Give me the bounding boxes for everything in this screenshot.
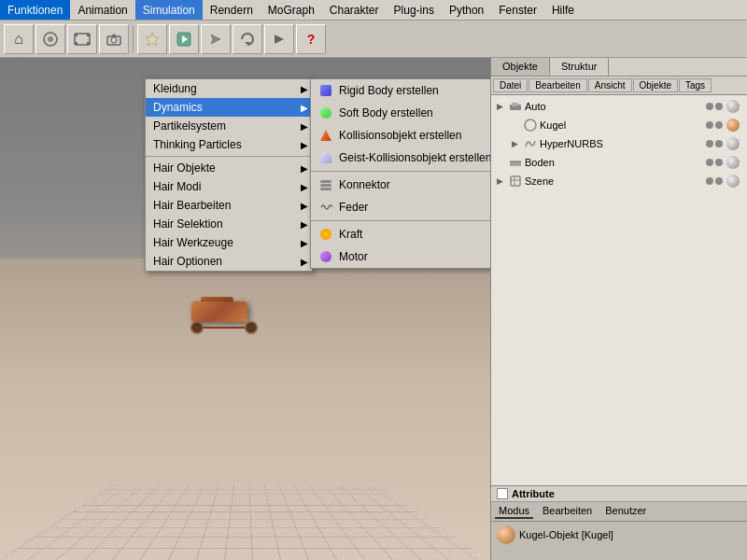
sphere-szene [726, 175, 740, 188]
dyn-menu-kollision[interactable]: Kollisionsobjekt erstellen [311, 124, 490, 147]
list-item-szene[interactable]: ▶ Szene [493, 172, 745, 190]
viewport[interactable]: Kleidung ▶ Dynamics ▶ Partikelsystem ▶ T… [0, 58, 490, 560]
dyn-menu-kraft[interactable]: Kraft [311, 223, 490, 245]
dot-szene-1 [706, 177, 713, 185]
submenu-arrow-hair-modi: ▶ [301, 182, 308, 192]
soft-body-icon [318, 105, 333, 120]
obj-toolbar-tags[interactable]: Tags [679, 78, 712, 92]
attr-current-object: Kugel-Objekt [Kugel] [519, 529, 613, 540]
sim-menu-thinking-particles[interactable]: Thinking Particles ▶ [146, 135, 312, 154]
name-boden: Boden [525, 157, 706, 168]
obj-toolbar-objekte[interactable]: Objekte [633, 78, 678, 92]
dots-boden [706, 159, 723, 166]
toolbar-sep-1 [133, 26, 134, 52]
menu-item-rendern[interactable]: Rendern [203, 0, 261, 20]
sim-menu-hair-bearbeiten[interactable]: Hair Bearbeiten ▶ [146, 196, 312, 215]
car-model [187, 297, 261, 334]
icon-hypernurbs [523, 137, 538, 150]
svg-rect-19 [510, 161, 521, 166]
dyn-menu-rigid-body[interactable]: Rigid Body erstellen [311, 79, 490, 102]
submenu-arrow-hair-objekte: ▶ [301, 163, 308, 174]
obj-toolbar-datei[interactable]: Datei [493, 78, 528, 92]
dot-auto-2 [715, 103, 723, 110]
object-list: ▶ Auto [491, 95, 747, 485]
expand-szene[interactable]: ▶ [497, 176, 508, 186]
attr-tab-benutzer[interactable]: Benutzer [601, 504, 650, 519]
toolbar-object-btn[interactable] [35, 24, 65, 54]
menu-item-funktionen[interactable]: Funktionen [0, 0, 70, 20]
attr-tab-bearbeiten[interactable]: Bearbeiten [539, 504, 596, 519]
toolbar-arrow-btn[interactable] [201, 24, 231, 54]
menu-item-python[interactable]: Python [442, 0, 491, 20]
svg-rect-17 [512, 103, 518, 106]
icon-kugel [523, 119, 538, 132]
toolbar: ⌂ [0, 21, 747, 58]
list-item-hypernurbs[interactable]: ▶ HyperNURBS [493, 134, 745, 153]
toolbar-home-btn[interactable]: ⌂ [4, 24, 34, 54]
sim-menu-partikelsystem[interactable]: Partikelsystem ▶ [146, 117, 312, 135]
toolbar-play-btn[interactable] [264, 24, 294, 54]
kollision-icon [318, 128, 333, 143]
submenu-arrow-kleidung: ▶ [301, 84, 308, 94]
dots-hypernurbs [706, 140, 723, 147]
menu-item-simulation[interactable]: Simulation [135, 0, 203, 20]
dyn-sep-1 [311, 171, 490, 172]
list-item-auto[interactable]: ▶ Auto [493, 97, 745, 116]
svg-point-18 [525, 119, 536, 131]
sim-sep-1 [146, 156, 312, 157]
dyn-menu-soft-body[interactable]: Soft Body erstellen [311, 102, 490, 124]
attr-tab-modus[interactable]: Modus [495, 504, 533, 519]
submenu-arrow-partikelsystem: ▶ [301, 121, 308, 132]
toolbar-film-btn[interactable] [67, 24, 97, 54]
toolbar-loop-btn[interactable] [233, 24, 262, 54]
toolbar-light-btn[interactable] [137, 24, 167, 54]
obj-toolbar-bearbeiten[interactable]: Bearbeiten [529, 78, 586, 92]
kraft-icon [318, 227, 333, 242]
name-auto: Auto [525, 101, 706, 112]
name-kugel: Kugel [540, 119, 706, 131]
rigid-body-icon [318, 83, 333, 98]
simulation-menu: Kleidung ▶ Dynamics ▶ Partikelsystem ▶ T… [145, 78, 313, 272]
name-szene: Szene [525, 175, 706, 187]
svg-point-8 [111, 37, 117, 43]
toolbar-question-btn[interactable]: ? [296, 24, 326, 54]
name-hypernurbs: HyperNURBS [540, 138, 706, 149]
menu-item-plugins[interactable]: Plug-ins [387, 0, 442, 20]
expand-hypernurbs[interactable]: ▶ [512, 139, 523, 148]
menu-item-fenster[interactable]: Fenster [491, 0, 544, 20]
tab-objekte[interactable]: Objekte [491, 58, 550, 76]
menu-item-charakter[interactable]: Charakter [322, 0, 387, 20]
dyn-menu-motor[interactable]: Motor [311, 245, 490, 268]
toolbar-render-btn[interactable] [169, 24, 199, 54]
sim-menu-kleidung[interactable]: Kleidung ▶ [146, 79, 312, 98]
svg-marker-9 [111, 34, 117, 36]
geist-kollision-icon [318, 150, 333, 165]
sim-menu-hair-selektion[interactable]: Hair Selektion ▶ [146, 215, 312, 233]
sim-menu-hair-objekte[interactable]: Hair Objekte ▶ [146, 159, 312, 177]
motor-icon [318, 249, 333, 264]
toolbar-camera-btn[interactable] [99, 24, 129, 54]
menu-item-mograph[interactable]: MoGraph [261, 0, 322, 20]
list-item-boden[interactable]: Boden [493, 153, 745, 172]
main-layout: Kleidung ▶ Dynamics ▶ Partikelsystem ▶ T… [0, 58, 747, 560]
sim-menu-hair-werkzeuge[interactable]: Hair Werkzeuge ▶ [146, 233, 312, 252]
expand-auto[interactable]: ▶ [497, 102, 508, 111]
svg-marker-10 [146, 33, 159, 46]
menu-item-hilfe[interactable]: Hilfe [544, 0, 582, 20]
icon-boden [508, 156, 523, 169]
dyn-menu-konnektor[interactable]: Konnektor [311, 174, 490, 196]
list-item-kugel[interactable]: Kugel [493, 116, 745, 134]
attr-checkbox[interactable] [497, 488, 508, 499]
sphere-hypernurbs [726, 137, 740, 150]
menu-item-animation[interactable]: Animation [70, 0, 134, 20]
sim-menu-dynamics[interactable]: Dynamics ▶ [146, 98, 312, 117]
svg-rect-3 [75, 34, 78, 36]
sim-menu-hair-modi[interactable]: Hair Modi ▶ [146, 177, 312, 196]
svg-marker-15 [275, 35, 284, 44]
obj-toolbar-ansicht[interactable]: Ansicht [588, 78, 632, 92]
tab-struktur[interactable]: Struktur [550, 58, 610, 76]
dyn-menu-feder[interactable]: Feder [311, 196, 490, 218]
dyn-menu-geist-kollision[interactable]: Geist-Kollisionsobjekt erstellen [311, 147, 490, 169]
sim-menu-hair-optionen[interactable]: Hair Optionen ▶ [146, 252, 312, 271]
menubar: Funktionen Animation Simulation Rendern … [0, 0, 747, 21]
